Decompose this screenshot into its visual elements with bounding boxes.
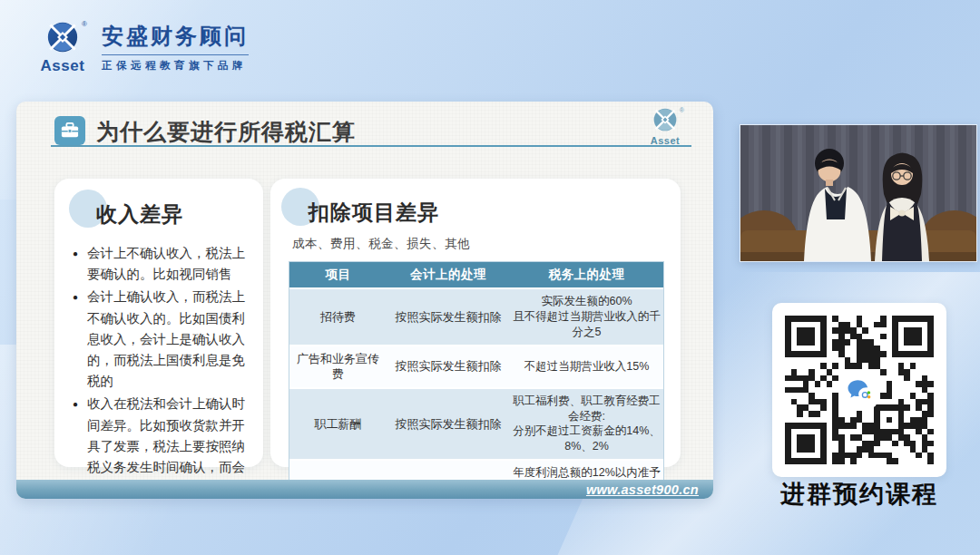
deduction-panel-heading: 扣除项目差异	[285, 190, 668, 227]
brand-asset-text: Asset	[36, 57, 89, 75]
table-row: 广告和业务宣传费 按照实际发生额扣除 不超过当期营业收入15%	[289, 346, 663, 387]
list-item: ● 会计上不确认收入，税法上要确认的。比如视同销售	[73, 243, 247, 285]
deduction-table: 项目 会计上的处理 税务上的处理 招待费 按照实际发生额扣除 实际发生额的60%…	[289, 261, 664, 499]
registered-mark: ®	[82, 20, 87, 28]
list-item: ● 会计上确认收入，而税法上不确认收入的。比如国债利息收入，会计上是确认收入的，…	[73, 287, 247, 392]
column-header: 会计上的处理	[387, 262, 510, 287]
slide-title-row: 为什么要进行所得税汇算 ® Asset	[16, 102, 713, 147]
table-row: 招待费 按照实际发生额扣除 实际发生额的60% 且不得超过当期营业收入的千分之5	[289, 289, 663, 345]
slide-footer-bar: www.asset900.cn	[16, 480, 713, 499]
pinwheel-logo-icon	[653, 108, 677, 131]
registered-mark: ®	[680, 107, 684, 113]
qr-code	[785, 316, 934, 464]
bullet-dot-icon: ●	[73, 287, 87, 392]
bullet-dot-icon: ●	[73, 243, 87, 285]
column-header: 税务上的处理	[510, 262, 663, 287]
column-header: 项目	[289, 262, 387, 287]
briefcase-icon	[54, 116, 85, 145]
presentation-slide: 为什么要进行所得税汇算 ® Asset 收入差异 ● 会计上不确认收入，税法上要…	[16, 102, 713, 499]
slide-corner-logo-text: Asset	[644, 135, 686, 146]
website-url: www.asset900.cn	[586, 482, 699, 497]
presenter-video	[740, 124, 977, 262]
brand-name: 安盛财务顾问	[102, 22, 249, 51]
brand-header: ® Asset 安盛财务顾问 正保远程教育旗下品牌	[36, 22, 249, 75]
qr-code-card	[772, 303, 946, 477]
pinwheel-logo-icon	[47, 22, 78, 53]
income-panel-heading: 收入差异	[73, 191, 247, 229]
slide-title: 为什么要进行所得税汇算	[96, 117, 356, 147]
deduction-panel-subtitle: 成本、费用、税金、损失、其他	[292, 236, 668, 252]
table-header-row: 项目 会计上的处理 税务上的处理	[289, 262, 663, 287]
income-difference-panel: 收入差异 ● 会计上不确认收入，税法上要确认的。比如视同销售 ● 会计上确认收入…	[54, 179, 263, 467]
wecom-icon	[841, 372, 877, 408]
table-row: 职工薪酬 按照实际发生额扣除 职工福利费、职工教育经费工会经费: 分别不超过工资…	[289, 389, 663, 460]
slide-corner-logo: ® Asset	[644, 108, 686, 146]
brand-logo: ® Asset	[36, 22, 89, 75]
deduction-difference-panel: 扣除项目差异 成本、费用、税金、损失、其他 项目 会计上的处理 税务上的处理 招…	[270, 179, 681, 467]
brand-divider	[102, 54, 249, 55]
brand-tagline: 正保远程教育旗下品牌	[102, 59, 249, 73]
income-bullet-list: ● 会计上不确认收入，税法上要确认的。比如视同销售 ● 会计上确认收入，而税法上…	[73, 243, 247, 499]
qr-caption: 进群预约课程	[756, 478, 963, 511]
title-underline	[51, 145, 691, 147]
